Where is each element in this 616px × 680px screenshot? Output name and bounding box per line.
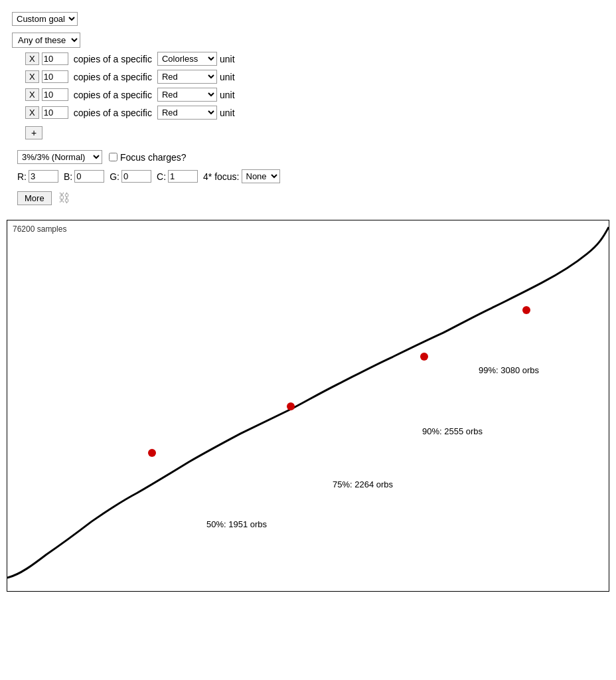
focus-charges-label[interactable]: Focus charges? <box>109 152 187 163</box>
unit-text-2: unit <box>220 72 235 82</box>
dot-99pct <box>609 251 609 259</box>
label-75pct: 75%: 2264 orbs <box>333 479 393 489</box>
color-select-2[interactable]: Colorless Red Blue Green Yellow Purple <box>157 70 217 84</box>
unit-text-3: unit <box>220 90 235 100</box>
copies-text-2: copies of a specific <box>74 72 152 82</box>
add-condition-button[interactable]: + <box>25 126 42 139</box>
b-input[interactable] <box>74 170 104 183</box>
unit-text-1: unit <box>220 54 235 64</box>
label-99pct: 99%: 3080 orbs <box>479 365 539 375</box>
g-label: G: <box>110 171 119 182</box>
quantity-input-4[interactable] <box>42 106 68 119</box>
unit-text-4: unit <box>220 108 235 118</box>
c-label: C: <box>157 171 166 182</box>
g-field-group: G: <box>110 170 151 183</box>
c-input[interactable] <box>168 170 198 183</box>
color-select-1[interactable]: Colorless Red Blue Green Yellow Purple <box>157 52 217 66</box>
chart-svg <box>7 220 609 591</box>
color-select-3[interactable]: Colorless Red Blue Green Yellow Purple <box>157 88 217 102</box>
focus-field-group: 4* focus: None Yes <box>203 169 279 183</box>
rate-select[interactable]: 3%/3% (Normal) 6%/6% (Boosted) <box>17 150 102 164</box>
chart-area: 76200 samples 25%: 1649 orbs 50%: 1951 o… <box>7 220 609 592</box>
quantity-input-1[interactable] <box>42 52 68 65</box>
remove-button-2[interactable]: X <box>25 70 39 83</box>
dot-50pct <box>287 402 295 410</box>
link-icon[interactable]: ⛓ <box>58 191 70 205</box>
custom-goal-row: Custom goal <box>12 12 604 26</box>
dot-25pct <box>148 449 156 457</box>
r-field-group: R: <box>17 170 58 183</box>
b-label: B: <box>64 171 72 182</box>
copies-text-4: copies of a specific <box>74 108 152 118</box>
more-button[interactable]: More <box>17 191 52 205</box>
condition-row-2: X copies of a specific Colorless Red Blu… <box>25 70 604 84</box>
copies-text-3: copies of a specific <box>74 90 152 100</box>
any-of-these-select[interactable]: Any of these All of these <box>12 33 80 48</box>
label-90pct: 90%: 2555 orbs <box>422 426 483 436</box>
focus-select[interactable]: None Yes <box>242 169 280 183</box>
condition-row-1: X copies of a specific Colorless Red Blu… <box>25 52 604 66</box>
remove-button-3[interactable]: X <box>25 88 39 101</box>
focus-charges-checkbox[interactable] <box>109 153 117 161</box>
color-select-4[interactable]: Colorless Red Blue Green Yellow Purple <box>157 106 217 120</box>
c-field-group: C: <box>157 170 198 183</box>
focus-charges-text: Focus charges? <box>120 152 187 163</box>
r-input[interactable] <box>29 170 58 183</box>
condition-row-3: X copies of a specific Colorless Red Blu… <box>25 88 604 102</box>
r-label: R: <box>17 171 27 182</box>
label-50pct: 50%: 1951 orbs <box>206 519 267 529</box>
any-of-these-row: Any of these All of these <box>12 33 604 48</box>
b-field-group: B: <box>64 170 104 183</box>
custom-goal-select[interactable]: Custom goal <box>12 12 78 26</box>
copies-text-1: copies of a specific <box>74 54 152 64</box>
remove-button-4[interactable]: X <box>25 106 39 119</box>
remove-button-1[interactable]: X <box>25 52 39 65</box>
more-row: More ⛓ <box>12 191 604 205</box>
g-input[interactable] <box>121 170 151 183</box>
dot-90pct <box>522 306 530 314</box>
settings-row1: 3%/3% (Normal) 6%/6% (Boosted) Focus cha… <box>17 150 599 164</box>
settings-section: 3%/3% (Normal) 6%/6% (Boosted) Focus cha… <box>12 150 604 183</box>
top-section: Custom goal Any of these All of these X … <box>7 7 609 211</box>
quantity-input-2[interactable] <box>42 70 68 83</box>
focus-label: 4* focus: <box>203 171 239 182</box>
quantity-input-3[interactable] <box>42 88 68 101</box>
conditions-block: X copies of a specific Colorless Red Blu… <box>25 52 604 139</box>
condition-row-4: X copies of a specific Colorless Red Blu… <box>25 106 604 120</box>
settings-row2: R: B: G: C: 4* focus: None Yes <box>17 169 599 183</box>
dot-75pct <box>420 353 428 361</box>
